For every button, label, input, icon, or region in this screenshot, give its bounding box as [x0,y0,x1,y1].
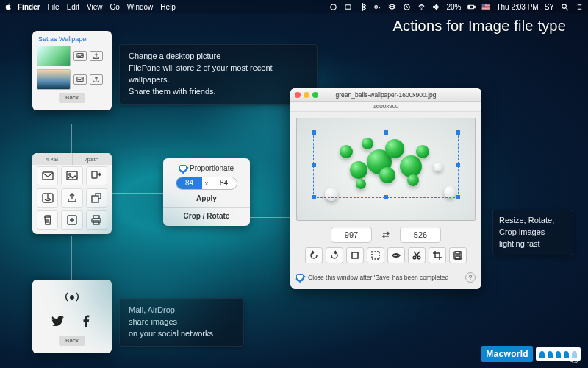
svg-rect-27 [456,252,460,254]
x-separator: x [202,180,211,187]
action-finder-icon[interactable] [37,188,58,208]
menulet-icon[interactable] [329,2,337,11]
actions-grid-panel: 4 KB /path [32,153,112,234]
twitter-icon[interactable] [49,312,67,330]
editor-canvas[interactable] [296,118,476,221]
preview-icon[interactable] [387,247,405,263]
swap-dimensions-icon[interactable] [379,228,392,241]
notification-center-icon[interactable] [575,2,584,11]
macworld-logo: Macworld [481,346,533,362]
menubar-item-help[interactable]: Help [160,3,176,11]
select-icon[interactable] [367,247,384,263]
wallpaper-thumb[interactable] [37,46,71,66]
menubar-app-menus: Finder File Edit View Go Window Help [18,3,176,11]
svg-rect-10 [43,172,53,180]
airdrop-icon[interactable] [63,289,81,306]
action-mail-icon[interactable] [37,166,58,185]
timemachine-icon[interactable] [402,2,411,11]
tab-size[interactable]: 4 KB [32,153,73,165]
action-trash-icon[interactable] [37,210,58,230]
editor-titlebar[interactable]: green_balls-wallpaper-1600x900.jpg [290,88,481,102]
action-share-icon[interactable] [61,188,82,208]
width-value[interactable]: 84 [176,177,202,189]
connector [250,217,290,218]
share-icon[interactable] [90,74,103,85]
action-new-icon[interactable] [61,210,82,230]
menubar-item-go[interactable]: Go [110,3,119,11]
proportionate-checkbox[interactable]: Proportionate [169,164,244,172]
checkbox-icon [179,165,187,172]
tab-path[interactable]: /path [73,153,112,165]
battery-percent[interactable]: 20% [446,3,461,11]
apply-button[interactable]: Apply [169,194,244,202]
editor-dimensions-label: 1600x900 [290,102,481,112]
menubar-item-view[interactable]: View [87,3,103,11]
menubar-user[interactable]: SY [545,3,554,11]
facebook-icon[interactable] [77,312,95,330]
set-wallpaper-icon[interactable] [74,51,87,61]
action-image-icon[interactable] [61,166,82,185]
crop-width-input[interactable]: 997 [331,227,372,243]
crop-selection[interactable] [313,132,459,198]
bluetooth-icon[interactable] [358,2,367,11]
close-after-save-checkbox[interactable] [296,274,304,281]
height-value[interactable]: 84 [211,177,237,189]
wifi-icon[interactable] [417,2,426,11]
menubar-item-edit[interactable]: Edit [67,3,79,11]
menubar-status-area: 20% 🇺🇸 Thu 2:03 PM SY [329,2,584,11]
editor-filename: green_balls-wallpaper-1600x900.jpg [290,91,481,99]
caption-line: Crop images [499,227,567,238]
rotate-left-icon[interactable] [305,247,323,263]
dropbox-icon[interactable] [387,2,396,11]
wallpaper-row [37,69,107,90]
menubar-app-name[interactable]: Finder [18,3,40,11]
caption-share: Mail, AirDrop share images on your socia… [119,298,244,347]
crop-icon[interactable] [429,247,446,263]
crop-rotate-button[interactable]: Crop / Rotate [169,212,244,220]
menubar-item-file[interactable]: File [48,3,60,11]
set-wallpaper-icon[interactable] [74,74,87,85]
input-flag[interactable]: 🇺🇸 [481,3,490,11]
connector [112,193,163,194]
menubar-item-window[interactable]: Window [127,3,154,11]
spotlight-icon[interactable] [560,2,569,11]
editor-footer: Close this window after 'Save' has been … [290,269,481,289]
share-icon[interactable] [90,51,103,61]
action-resize-icon[interactable] [86,188,107,208]
back-button[interactable]: Back [59,93,85,103]
macworld-badge: Macworld 4.5 [481,346,581,362]
editor-toolbar [296,247,476,263]
caption-line: lighting fast [499,238,567,250]
action-print-icon[interactable] [86,210,107,230]
back-button[interactable]: Back [59,336,85,346]
menulet-icon[interactable] [343,2,352,11]
action-convert-icon[interactable] [86,166,107,185]
caption-line: Share them with friends. [129,86,308,98]
key-icon[interactable] [373,2,381,11]
help-icon[interactable]: ? [465,272,476,283]
svg-rect-6 [468,5,470,7]
battery-icon[interactable] [467,2,476,11]
wallpaper-panel-title: Set as Wallpaper [37,35,107,46]
svg-point-7 [562,4,566,8]
mac-menubar: Finder File Edit View Go Window Help 20%… [0,0,588,13]
crop-height-input[interactable]: 526 [400,227,441,243]
volume-icon[interactable] [431,2,440,11]
page-title: Actions for Image file type [392,18,566,35]
apple-menu-icon[interactable] [4,3,12,10]
svg-point-0 [331,4,336,9]
resize-panel: Proportionate 84 x 84 Apply Crop / Rotat… [163,158,250,226]
svg-point-12 [69,174,71,176]
caption-line: on your social networks [129,328,234,340]
svg-rect-22 [372,252,379,259]
caption-line: Mail, AirDrop [129,305,234,316]
aspect-square-icon[interactable] [346,247,364,263]
menubar-clock[interactable]: Thu 2:03 PM [496,3,538,11]
caption-line: Change a desktop picture [129,51,308,63]
wallpaper-thumb[interactable] [37,69,71,90]
caption-line: Resize, Rotate, [499,215,567,227]
rotate-right-icon[interactable] [326,247,343,263]
share-panel: Back [32,280,112,353]
cut-icon[interactable] [408,247,426,263]
save-icon[interactable] [449,247,467,263]
